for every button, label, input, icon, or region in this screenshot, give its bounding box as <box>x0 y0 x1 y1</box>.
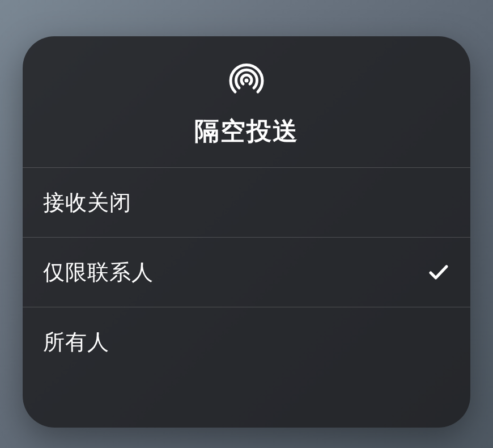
option-contacts-only[interactable]: 仅限联系人 <box>23 237 470 307</box>
options-list: 接收关闭 仅限联系人 所有人 <box>23 167 470 377</box>
option-label: 接收关闭 <box>43 188 131 217</box>
option-everyone[interactable]: 所有人 <box>23 307 470 377</box>
option-label: 所有人 <box>43 328 109 357</box>
svg-point-0 <box>245 79 249 83</box>
option-label: 仅限联系人 <box>43 258 154 287</box>
airdrop-icon <box>226 60 267 101</box>
panel-title: 隔空投送 <box>194 115 299 148</box>
panel-header: 隔空投送 <box>23 36 470 167</box>
checkmark-icon <box>427 261 450 284</box>
airdrop-panel: 隔空投送 接收关闭 仅限联系人 所有人 <box>23 36 470 428</box>
option-receiving-off[interactable]: 接收关闭 <box>23 167 470 237</box>
